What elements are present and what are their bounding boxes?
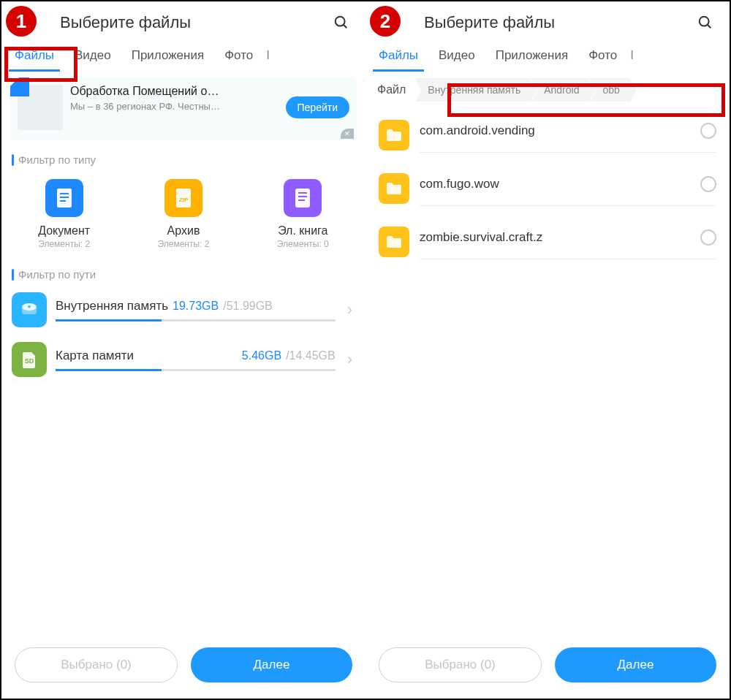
chevron-right-icon: › [344,300,355,319]
type-label: Документ [38,224,90,237]
storage-bar [56,319,336,322]
folder-name: com.android.vending [420,123,700,138]
storage-total: /14.45GB [286,349,336,362]
search-button[interactable] [330,12,352,34]
tab-video[interactable]: Видео [64,41,121,72]
svg-rect-4 [60,197,69,198]
type-count: Элементы: 0 [277,239,329,249]
storage-used: 19.73GB [173,300,219,313]
svg-rect-5 [60,200,66,202]
search-icon [697,15,713,31]
chevron-right-icon: › [344,350,355,369]
storage-total: /51.99GB [223,300,273,313]
header-title: Выберите файлы [60,13,323,32]
folder-row[interactable]: zombie.survival.craft.z [366,215,730,268]
selected-count-button[interactable]: Выбрано (0) [15,647,178,682]
ad-title: Обработка Помещений о… [70,85,279,98]
svg-rect-3 [60,193,69,194]
svg-text:SD: SD [25,357,34,365]
select-radio[interactable] [700,123,716,139]
search-button[interactable] [694,12,716,34]
svg-text:ZIP: ZIP [179,197,189,203]
selected-count-button[interactable]: Выбрано (0) [379,647,542,682]
category-tabs: Файлы Видео Приложения Фото I [366,41,730,72]
tab-video[interactable]: Видео [428,41,485,72]
select-radio[interactable] [700,176,716,192]
svg-rect-11 [298,199,305,201]
folder-name: com.fugo.wow [420,177,700,191]
svg-line-17 [708,25,711,28]
ad-banner[interactable]: Обработка Помещений о… Мы – в 36 региона… [10,77,357,140]
ad-cta-button[interactable]: Перейти [286,96,349,118]
type-label: Эл. книга [278,224,327,237]
next-button[interactable]: Далее [555,647,716,682]
footer: Выбрано (0) Далее [366,636,730,699]
step-badge-2: 2 [370,6,401,37]
svg-rect-8 [295,189,310,208]
ad-thumbnail [18,85,63,130]
breadcrumb: Файл Внутренняя память Android obb [366,72,730,108]
svg-point-16 [700,17,709,26]
disk-icon [12,292,47,327]
folder-row[interactable]: com.android.vending [366,108,730,161]
type-count: Элементы: 2 [38,239,90,249]
storage-name: Внутренняя память [56,299,168,313]
footer: Выбрано (0) Далее [1,636,366,699]
ad-close-icon[interactable]: ✕ [341,129,354,139]
type-item-document[interactable]: Документ Элементы: 2 [5,179,124,249]
storage-used: 5.46GB [242,349,281,362]
pane-step-1: 1 Выберите файлы Файлы Видео Приложения … [1,1,366,699]
header: Выберите файлы [1,1,366,41]
category-tabs: Файлы Видео Приложения Фото I [1,41,366,72]
ad-subtitle: Мы – в 36 регионах РФ. Честны… [70,101,279,112]
step-badge-1: 1 [6,6,37,37]
ad-body: Обработка Помещений о… Мы – в 36 региона… [70,85,279,112]
pane-step-2: 2 Выберите файлы Файлы Видео Приложения … [366,1,730,699]
svg-rect-14 [22,307,37,314]
tab-files[interactable]: Файлы [368,41,428,72]
filter-type-heading: Фильтр по типу [1,140,366,170]
archive-icon: ZIP [164,179,202,217]
type-count: Элементы: 2 [158,239,210,249]
crumb-root[interactable]: Файл [373,77,414,102]
crumb-item[interactable]: Внутренняя память [414,78,531,102]
svg-rect-10 [298,196,307,197]
search-icon [333,15,349,31]
header-title: Выберите файлы [424,13,687,32]
header: Выберите файлы [366,1,730,41]
storage-name: Карта памяти [56,349,134,363]
svg-point-0 [336,17,345,26]
storage-body: Внутренняя память 19.73GB/51.99GB [56,299,336,322]
folder-icon [379,120,409,151]
folder-icon [379,173,409,204]
crumb-item[interactable]: Android [531,78,589,102]
svg-rect-9 [298,192,307,194]
storage-item-internal[interactable]: Внутренняя память 19.73GB/51.99GB › [1,285,366,335]
tab-overflow[interactable]: I [627,41,637,72]
document-icon [45,179,83,217]
storage-body: Карта памяти 5.46GB/14.45GB [56,349,336,371]
type-item-archive[interactable]: ZIP Архив Элементы: 2 [124,179,243,249]
folder-row[interactable]: com.fugo.wow [366,161,730,215]
filter-type-row: Документ Элементы: 2 ZIP Архив Элементы:… [1,170,366,255]
ebook-icon [284,179,322,217]
sdcard-icon: SD [12,342,47,377]
svg-line-1 [344,25,347,28]
next-button[interactable]: Далее [191,647,352,682]
select-radio[interactable] [700,229,716,246]
tab-photo[interactable]: Фото [214,41,263,72]
storage-item-sdcard[interactable]: SD Карта памяти 5.46GB/14.45GB › [1,335,366,384]
tab-photo[interactable]: Фото [578,41,627,72]
tab-overflow[interactable]: I [263,41,273,72]
type-item-ebook[interactable]: Эл. книга Элементы: 0 [243,179,362,249]
tab-files[interactable]: Файлы [4,41,64,72]
type-label: Архив [167,224,200,237]
storage-bar [56,369,336,371]
tab-apps[interactable]: Приложения [121,41,214,72]
tab-apps[interactable]: Приложения [485,41,578,72]
folder-name: zombie.survival.craft.z [420,230,700,245]
filter-path-heading: Фильтр по пути [1,255,366,285]
folder-icon [379,227,409,257]
